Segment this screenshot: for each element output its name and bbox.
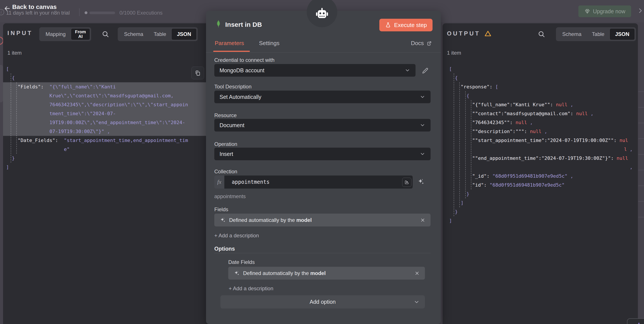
json-code-line: ""contact":"masdfsgupta@gmail.com": null… [446,109,638,118]
docs-label: Docs [411,40,424,47]
remove-fields-override-icon[interactable] [420,217,425,223]
operation-value: Insert [220,151,233,157]
tool-description-value: Set Automatically [220,94,262,100]
robot-icon [314,6,330,21]
upgrade-now-button[interactable]: Upgrade now [578,5,631,17]
json-code-line: "_id": "68d0f951d69481b907e9ed5c" , [446,171,638,180]
fx-expression-toggle[interactable]: fx [214,175,224,188]
json-code-line: } [446,207,638,216]
output-tab-json[interactable]: JSON [610,28,635,40]
remove-date-fields-override-icon[interactable] [414,271,420,276]
json-code-line: ] [3,163,209,171]
date-fields-pill-text: Defined automatically by the model [243,270,326,276]
collapsed-panel-line [638,107,644,108]
executions-progress-dot [84,11,88,14]
tool-description-label: Tool Description [214,84,252,90]
operation-label: Operation [214,141,237,147]
docs-link[interactable]: Docs [411,40,432,47]
json-code-line: l , [446,145,638,154]
resource-select[interactable]: Document [214,119,430,132]
tool-description-select[interactable]: Set Automatically [214,91,430,103]
output-panel-title: OUTPUT [447,30,492,37]
tab-parameters[interactable]: Parameters [215,40,244,47]
collapsed-panel-line [638,91,644,92]
input-json-view[interactable]: [ { "Fields": "{\"full_name\":\"Kanti Kr… [3,64,209,171]
output-search-icon[interactable] [538,30,546,38]
fields-label: Fields [214,206,228,212]
add-option-label: Add option [310,299,336,305]
operation-select[interactable]: Insert [214,148,430,160]
warning-triangle-icon [484,30,492,37]
collapsed-panel-line [638,185,644,186]
json-code-line: "response": [ [446,82,638,91]
credential-select[interactable]: MongoDB account [214,64,416,77]
input-mode-toggle: Mapping FromAI [39,27,91,41]
json-code-line: } [3,154,209,163]
indent-guide [454,73,454,216]
collapsed-panel-line [638,139,644,139]
collection-input[interactable]: appointments [224,175,413,188]
output-title-text: OUTPUT [447,30,480,37]
chevron-right-icon[interactable] [637,7,644,14]
active-tab-underline [213,51,250,52]
mongodb-leaf-icon [216,20,221,30]
input-search-icon[interactable] [102,30,110,38]
executions-count-text: 0/1000 Executions [120,10,162,16]
json-code-line: { [446,91,638,100]
input-tab-schema[interactable]: Schema [119,28,148,40]
chevron-down-icon [420,94,425,100]
json-code-line: "Date_Fields": "start_appointment_time,e… [3,136,209,145]
json-code-line: { [3,73,209,82]
upgrade-now-label: Upgrade now [593,8,626,14]
collapsed-panel-line [638,201,644,202]
copy-input-json-button[interactable] [192,67,204,79]
date-fields-label: Date Fields [228,259,255,265]
input-tab-json[interactable]: JSON [171,28,196,40]
date-fields-defined-by-model-pill: Defined automatically by the model [228,267,425,280]
json-code-line: 7646342345\",\"description\":\"\",\"star… [3,100,208,109]
input-tab-table[interactable]: Table [148,28,171,40]
json-code-line: 07-19T19:30:00Z\"}" , [3,127,208,136]
output-items-count: 1 item [447,50,461,56]
output-tab-table[interactable]: Table [587,28,610,40]
options-section-title: Options [214,246,235,252]
collapsed-panel-line [638,123,644,123]
gem-icon [584,8,590,14]
execute-step-label: Execute step [394,22,427,28]
topbar-divider [79,8,80,16]
tab-settings[interactable]: Settings [259,40,280,47]
from-ai-toggle-option[interactable]: FromAI [71,28,90,40]
json-code-line: "7646342345"": null , [446,118,638,127]
fields-pill-text: Defined automatically by the model [229,217,312,223]
json-code-line: } [446,189,638,198]
json-code-line: "{"full_name":"Kanti Krue"": null , [446,100,638,109]
edit-credential-pencil-icon[interactable] [422,67,429,74]
chevron-down-icon [414,299,420,305]
sparkles-icon [234,270,240,276]
collection-value: appointments [232,179,270,185]
ai-assistant-button[interactable] [627,318,644,324]
add-option-button[interactable]: Add option [220,295,425,309]
credential-label: Credential to connect with [214,57,274,63]
date-fields-add-description-link[interactable]: + Add a description [229,286,274,292]
expand-expression-icon[interactable] [402,178,412,187]
indent-guide [16,82,17,154]
json-code-line: "Fields": "{\"full_name\":\"Kanti [3,82,208,91]
mapping-toggle-option[interactable]: Mapping [40,28,71,40]
fields-add-description-link[interactable]: + Add a description [214,233,259,239]
output-view-tabs: Schema Table JSON [556,27,636,41]
json-code-line: ] [446,198,638,207]
collection-label: Collection [214,168,237,175]
ai-sparkles-icon[interactable] [417,178,424,185]
node-title: Insert in DB [225,21,262,28]
indent-guide [471,100,471,189]
json-code-line: tment_time\":\"2024-07- [3,109,208,118]
credential-value: MongoDB account [220,67,264,74]
output-json-view[interactable]: [ { "response": [ { "{"full_name":"Kanti… [442,64,638,225]
node-settings-modal: Insert in DB Execute step Parameters Set… [206,11,441,324]
json-code-line: ""end_appointment_time":"2024-07-19T19:3… [446,154,638,163]
back-to-canvas-link[interactable]: Back to canvas [12,3,57,10]
execute-step-button[interactable]: Execute step [379,19,432,31]
output-tab-schema[interactable]: Schema [557,28,587,40]
output-panel: OUTPUT Schema Table JSON 1 item [ { "res… [442,23,638,324]
